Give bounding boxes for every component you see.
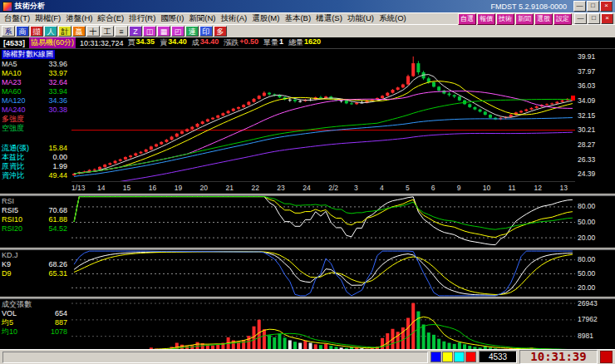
quote-field-3: 漲跌+0.50 [224,37,258,48]
menu-item-4[interactable]: 排行(R) [126,13,158,24]
toolbar-button-8[interactable]: ≡ [115,26,128,37]
quote-symbol: [4533] [3,39,25,47]
quote-field-4: 單量1 [263,37,283,48]
date-label: 1/13 [71,184,86,192]
date-label: 11 [509,184,516,192]
vol-value: 654 [55,309,67,318]
restore-button[interactable]: □ [588,13,600,24]
toolbar-button-5[interactable]: 贏 [72,26,86,37]
quick-button-3[interactable]: 新聞 [515,13,534,25]
toolbar-button-1[interactable]: 商 [16,26,29,37]
quick-button-strip: 自選報價技術新聞選股設定 [457,13,572,25]
vol-readout-均5: 均5887 [2,318,70,327]
stat-label: 流通(張) [2,144,29,153]
menu-item-1[interactable]: 期權(F) [32,13,63,24]
volume-panel: 成交張數 VOL654均5887均101078 26943179628981 [0,299,615,352]
menu-item-8[interactable]: 選股(M) [249,13,282,24]
quote-name[interactable]: 協易機(60分) [29,37,76,48]
rsi-readout-RSI10: RSI1061.88 [2,215,70,224]
quote-field-label: 總量 [288,37,303,48]
x-axis: 1/131415161920212223242/23456910111213 [71,181,575,194]
volume-title[interactable]: 成交張數 [2,300,70,309]
menu-item-12[interactable]: 系統(O) [376,13,409,24]
menu-item-7[interactable]: 技術(A) [219,13,250,24]
price-label: 26.33 [578,155,595,164]
toolbar-button-3[interactable]: 人 [44,26,57,37]
date-label: 19 [175,184,182,192]
quote-field-1: 賣34.40 [160,37,187,48]
kd-readout-D9: D965.31 [2,269,70,278]
price-label: 28.27 [578,140,595,149]
rsi-sidebar: RSI RSI570.68RSI1061.88RSI2054.52 [0,196,71,248]
chart-title[interactable]: 除權對數K線圖 [2,50,55,59]
menu-item-2[interactable]: 港盤(H) [63,13,95,24]
menu-item-0[interactable]: 台盤(T) [2,13,32,24]
toolbar-button-2[interactable]: 擷 [30,26,43,37]
restore-button[interactable]: □ [587,1,599,12]
menu-item-3[interactable]: 綜合(E) [95,13,126,24]
app-window: 技術分析 FMDST 5.2.9108-0000 —□× 台盤(T)期權(F)港… [0,0,615,364]
minimize-button[interactable]: — [573,1,586,12]
toolbar-button-12[interactable]: ◰ [171,26,184,37]
date-label: 6 [431,184,435,192]
ma-label: MA60 [2,87,22,96]
menu-bar: 台盤(T)期權(F)港盤(H)綜合(E)排行(R)國際(I)新聞(N)技術(A)… [0,12,615,24]
kd-title[interactable]: KD.J [2,251,70,260]
stat-readout-0: 流通(張)15.84 [2,144,70,153]
close-button[interactable]: × [601,13,613,24]
quote-field-label: 漲跌 [224,37,239,48]
stat-label: 資沖比 [2,171,24,180]
ma-readout-MA10: MA1033.97 [2,69,70,78]
quick-button-2[interactable]: 技術 [496,13,514,25]
rsi-chart[interactable] [71,196,575,248]
toolbar-button-15[interactable]: 多 [214,26,227,37]
osc-axis-label: 20.00 [578,283,595,292]
stat-readout-1: 本益比0.00 [2,153,70,162]
osc-axis-label: 80.00 [578,202,595,210]
stat-readout-2: 原資比1.99 [2,162,70,171]
ma-value: 33.96 [48,60,67,69]
volume-sidebar: 成交張數 VOL654均5887均101078 [0,299,71,352]
quick-button-1[interactable]: 報價 [477,13,495,25]
kd-chart[interactable] [71,250,575,297]
toolbar-button-4[interactable]: 計 [58,26,71,37]
toolbar-button-10[interactable]: ◫ [143,26,156,37]
ma-label: MA120 [2,96,26,106]
toolbar-button-6[interactable]: 十 [86,26,100,37]
date-label: 21 [226,184,234,192]
vol-label: 均10 [2,327,17,337]
toolbar-button-11[interactable]: ▦ [157,26,170,37]
ma-readout-MA60: MA6033.94 [2,87,70,96]
quick-button-4[interactable]: 選股 [534,13,553,25]
rsi-title[interactable]: RSI [2,197,70,206]
ma-readout-MA5: MA533.96 [2,60,70,69]
menu-item-11[interactable]: 功能(U) [345,13,376,24]
stat-value: 49.44 [48,171,67,180]
date-label: 10 [483,184,490,192]
menu-item-5[interactable]: 國際(I) [158,13,186,24]
close-button[interactable]: × [600,1,613,12]
toolbar-button-9[interactable]: Z [129,26,142,37]
toolbar-button-7[interactable]: 工 [101,26,114,37]
menu-item-6[interactable]: 新聞(N) [186,13,218,24]
osc-axis-label: 80.00 [578,255,595,263]
minimize-button[interactable]: — [574,13,587,24]
osc-axis-label: 50.00 [578,269,595,278]
stat-label: 本益比 [2,153,24,162]
volume-chart[interactable] [71,299,575,352]
quick-button-0[interactable]: 自選 [458,13,476,25]
quick-button-5[interactable]: 設定 [554,13,572,25]
version-label: FMDST 5.2.9108-0000 [491,2,567,11]
kd-label: D9 [2,269,12,278]
date-label: 3 [354,184,358,192]
menu-item-10[interactable]: 構選(S) [313,13,345,24]
toolbar-button-14[interactable]: 印 [199,26,213,37]
rsi-value: 54.52 [48,224,67,234]
candlestick-chart[interactable] [71,49,575,181]
date-label: 5 [406,184,410,192]
toolbar-button-13[interactable]: 連 [185,26,199,37]
toolbar-button-0[interactable]: 系 [2,26,15,37]
menu-item-9[interactable]: 基本(B) [282,13,313,24]
strength-label: 多強度 [2,115,70,124]
status-square-0 [430,352,441,362]
